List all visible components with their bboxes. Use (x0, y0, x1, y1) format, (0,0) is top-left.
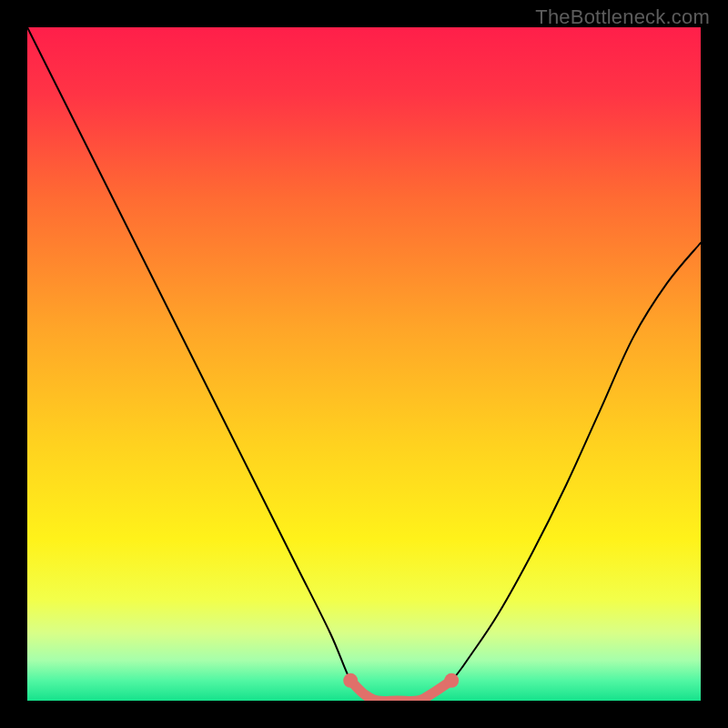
chart-frame: TheBottleneck.com (0, 0, 728, 728)
bottleneck-curve (27, 27, 701, 701)
watermark-text: TheBottleneck.com (535, 5, 710, 29)
plot-area (27, 27, 701, 701)
sweet-spot-segment (350, 681, 451, 701)
sweet-spot-start-dot (343, 673, 358, 688)
sweet-spot-end-dot (444, 673, 459, 688)
curve-line (27, 27, 701, 701)
